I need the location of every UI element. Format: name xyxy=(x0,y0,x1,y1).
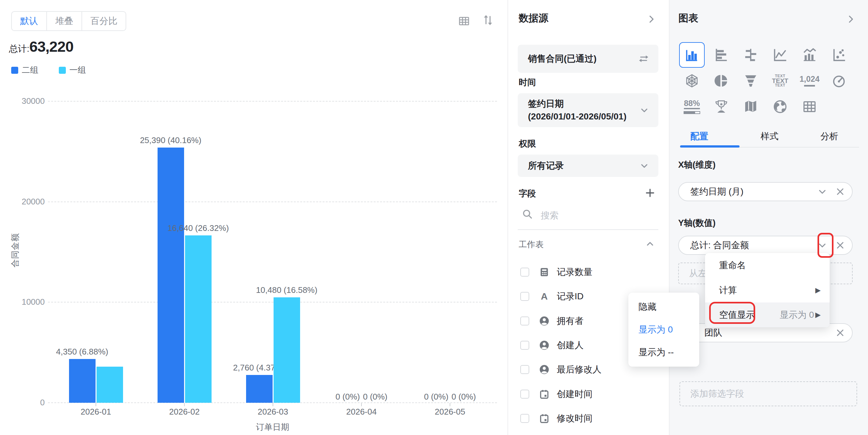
ranking-chart-icon[interactable] xyxy=(709,94,734,120)
field-row[interactable]: 记录数量 xyxy=(518,262,658,282)
legend-item[interactable]: 二组 xyxy=(11,65,38,76)
tab-percentage[interactable]: 百分比 xyxy=(82,12,126,30)
panel-divider xyxy=(507,0,508,435)
add-filter-dropzone[interactable]: 添加筛选字段 xyxy=(679,381,857,406)
menu-item-rename[interactable]: 重命名 xyxy=(705,253,830,278)
checkbox[interactable] xyxy=(520,365,529,374)
legend-swatch xyxy=(11,67,18,74)
sort-icon[interactable] xyxy=(482,14,494,26)
checkbox[interactable] xyxy=(520,341,529,350)
tab-style[interactable]: 样式 xyxy=(761,130,778,142)
world-map-chart-icon[interactable] xyxy=(767,94,793,120)
datasource-title: 数据源 xyxy=(519,11,549,25)
bar-二组-2026-02[interactable] xyxy=(158,147,184,403)
bar-一组-2026-01[interactable] xyxy=(96,367,123,403)
person-icon xyxy=(539,340,550,351)
calendar-icon xyxy=(539,389,550,400)
permission-value: 所有记录 xyxy=(528,160,639,172)
bar-二组-2026-03[interactable] xyxy=(246,375,273,403)
column-chart-icon[interactable] xyxy=(679,42,705,68)
svg-text:A: A xyxy=(541,291,548,301)
field-label: 最后修改人 xyxy=(557,364,601,376)
table-chart-icon[interactable] xyxy=(797,94,822,120)
empty-value-current: 显示为 0 xyxy=(780,309,814,321)
submenu-item-hide[interactable]: 隐藏 xyxy=(628,296,699,319)
chart-legend: 二组一组 xyxy=(11,65,86,76)
submenu-item-show-as-dash[interactable]: 显示为 -- xyxy=(628,341,699,364)
annotation-box-empty-value xyxy=(709,302,755,324)
legend-label: 二组 xyxy=(22,65,38,76)
checkbox[interactable] xyxy=(520,292,529,301)
worksheet-group-label: 工作表 xyxy=(519,239,544,250)
line-chart-icon[interactable] xyxy=(767,42,793,68)
bar-value-label: 16,640 (26.32%) xyxy=(160,223,237,233)
field-row[interactable]: 修改时间 xyxy=(518,408,658,429)
remove-field-icon[interactable] xyxy=(835,186,846,197)
chevron-right-icon[interactable] xyxy=(846,14,856,24)
submenu-item-show-as-zero[interactable]: 显示为 0 xyxy=(628,319,699,341)
tab-config[interactable]: 配置 xyxy=(690,130,708,142)
field-label: 创建人 xyxy=(557,339,584,351)
chevron-down-icon[interactable] xyxy=(639,161,649,171)
add-field-icon[interactable] xyxy=(644,187,656,199)
bar-value-label: 0 (0%) xyxy=(337,392,413,402)
x-axis-title: 订单日期 xyxy=(250,422,295,433)
gauge-chart-icon[interactable] xyxy=(826,68,852,94)
checkbox[interactable] xyxy=(520,316,529,326)
letter-a-icon: A xyxy=(539,291,550,302)
x-tick-label: 2026-01 xyxy=(70,407,121,417)
person-icon xyxy=(539,315,550,326)
datasource-selector[interactable]: 销售合同(已通过) xyxy=(518,45,658,73)
fields-section-label: 字段 xyxy=(519,188,536,199)
group-field-value: 团队 xyxy=(704,327,835,339)
checkbox[interactable] xyxy=(520,390,529,399)
radar-chart-icon[interactable] xyxy=(679,68,705,94)
chart-mode-tabs: 默认 堆叠 百分比 xyxy=(11,11,126,31)
y-tick-label: 30000 xyxy=(9,96,45,106)
menu-item-calculate[interactable]: 计算 ▶ xyxy=(705,278,830,303)
permission-selector[interactable]: 所有记录 xyxy=(518,155,658,177)
bidirectional-bar-icon[interactable] xyxy=(738,42,764,68)
tab-analysis[interactable]: 分析 xyxy=(820,130,838,142)
chevron-down-icon[interactable] xyxy=(639,105,649,115)
tab-stacked[interactable]: 堆叠 xyxy=(47,12,82,30)
field-row[interactable]: 创建时间 xyxy=(518,384,658,404)
permission-section-label: 权限 xyxy=(519,138,536,149)
checkbox[interactable] xyxy=(520,268,529,276)
checkbox[interactable] xyxy=(520,414,529,423)
empty-value-submenu: 隐藏 显示为 0 显示为 -- xyxy=(628,293,699,367)
map-chart-icon[interactable] xyxy=(738,94,764,120)
remove-field-icon[interactable] xyxy=(835,240,846,251)
tab-default[interactable]: 默认 xyxy=(12,12,47,30)
number-chart-icon[interactable]: 1,024 xyxy=(797,68,822,94)
bar-一组-2026-03[interactable] xyxy=(274,297,300,403)
pie-chart-icon[interactable] xyxy=(709,68,734,94)
legend-item[interactable]: 一组 xyxy=(59,65,86,76)
combo-chart-icon[interactable] xyxy=(797,42,822,68)
table-view-icon[interactable] xyxy=(458,15,470,28)
chevron-down-icon[interactable] xyxy=(817,186,828,197)
group-field-placeholder: 从左 xyxy=(689,267,707,279)
chevron-right-icon[interactable] xyxy=(646,14,656,24)
text-chart-icon[interactable]: TEXTTEXTTEXT xyxy=(767,68,793,94)
field-label: 记录数量 xyxy=(557,266,592,278)
scatter-chart-icon[interactable] xyxy=(826,42,852,68)
time-range-selector[interactable]: 签约日期 (2026/01/01-2026/05/01) xyxy=(518,93,658,127)
field-label: 拥有者 xyxy=(557,315,584,327)
funnel-chart-icon[interactable] xyxy=(738,68,764,94)
search-underline xyxy=(518,229,658,230)
person-icon xyxy=(539,364,550,375)
search-input[interactable]: 搜索 xyxy=(541,209,559,222)
bar-chart-icon[interactable] xyxy=(709,42,734,68)
x-axis-field-value: 签约日期 (月) xyxy=(690,186,817,198)
progress-chart-icon[interactable]: 88% xyxy=(679,94,705,120)
bar-一组-2026-02[interactable] xyxy=(185,235,212,403)
remove-field-icon[interactable] xyxy=(835,327,846,338)
chevron-up-icon[interactable] xyxy=(645,239,655,249)
x-tick-label: 2026-02 xyxy=(159,407,210,417)
x-axis-field-pill[interactable]: 签约日期 (月) xyxy=(678,182,852,201)
time-section-label: 时间 xyxy=(519,77,536,88)
swap-icon[interactable] xyxy=(638,53,649,65)
bar-二组-2026-01[interactable] xyxy=(69,359,96,403)
legend-swatch xyxy=(59,67,66,74)
